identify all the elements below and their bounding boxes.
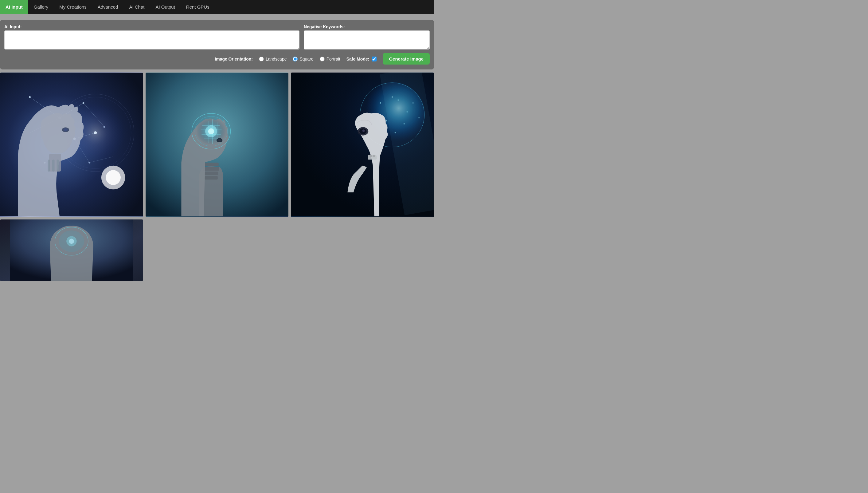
svg-point-66 (369, 155, 372, 157)
svg-rect-27 (52, 159, 55, 172)
gallery-image-3 (291, 72, 434, 217)
negative-keywords-textarea[interactable] (304, 30, 430, 49)
negative-keywords-group: Negative Keywords: (304, 24, 430, 49)
safe-mode-checkbox[interactable] (372, 57, 376, 62)
svg-point-16 (104, 126, 105, 128)
svg-point-18 (94, 131, 97, 134)
nav-item-advanced[interactable]: Advanced (92, 0, 124, 14)
nav-item-my-creations[interactable]: My Creations (54, 0, 92, 14)
orientation-label: Image Orientation: (215, 57, 253, 62)
ai-input-group: AI Input: (4, 24, 299, 49)
main-navigation: AI Input Gallery My Creations Advanced A… (0, 0, 434, 14)
image-gallery (0, 72, 434, 284)
gallery-item-1[interactable] (0, 72, 143, 217)
nav-item-rent-gpus[interactable]: Rent GPUs (181, 0, 215, 14)
control-panel: AI Input: Negative Keywords: Image Orien… (0, 20, 434, 69)
gallery-item-3[interactable] (291, 72, 434, 217)
svg-rect-26 (48, 159, 50, 172)
svg-point-47 (218, 139, 221, 142)
gallery-item-2[interactable] (145, 72, 289, 217)
gallery-image-1 (0, 72, 143, 217)
gallery-image-4 (0, 219, 143, 281)
ai-input-label: AI Input: (4, 24, 299, 29)
svg-point-67 (372, 155, 375, 157)
orientation-portrait[interactable]: Portrait (320, 57, 340, 62)
svg-rect-28 (56, 159, 59, 172)
gallery-image-2 (145, 72, 289, 217)
svg-point-51 (380, 102, 381, 104)
svg-rect-65 (368, 155, 377, 160)
svg-point-64 (362, 129, 365, 132)
svg-point-20 (89, 162, 90, 164)
svg-point-24 (64, 128, 68, 131)
nav-item-ai-input[interactable]: AI Input (0, 0, 28, 14)
orientation-landscape[interactable]: Landscape (259, 57, 287, 62)
nav-item-gallery[interactable]: Gallery (28, 0, 54, 14)
top-spacer (0, 14, 434, 17)
orientation-square-label: Square (299, 57, 313, 62)
svg-point-54 (386, 120, 387, 122)
orientation-square[interactable]: Square (293, 57, 313, 62)
negative-keywords-label: Negative Keywords: (304, 24, 430, 29)
orientation-square-radio[interactable] (293, 57, 298, 62)
generate-image-button[interactable]: Generate Image (383, 53, 430, 65)
svg-rect-31 (203, 167, 219, 171)
svg-rect-25 (49, 154, 61, 172)
svg-point-15 (83, 102, 85, 104)
svg-point-22 (106, 170, 121, 185)
orientation-landscape-radio[interactable] (259, 57, 264, 62)
nav-item-ai-output[interactable]: AI Output (150, 0, 180, 14)
gallery-item-4[interactable] (0, 219, 143, 281)
orientation-landscape-label: Landscape (266, 57, 287, 62)
options-row: Image Orientation: Landscape Square Port… (4, 53, 430, 65)
svg-point-72 (69, 238, 74, 244)
safe-mode-group: Safe Mode: (346, 57, 377, 62)
svg-rect-32 (204, 172, 219, 175)
orientation-radio-group: Landscape Square Portrait (259, 57, 340, 62)
svg-rect-33 (205, 176, 218, 180)
svg-rect-30 (204, 163, 219, 166)
orientation-portrait-radio[interactable] (320, 57, 325, 62)
orientation-portrait-label: Portrait (326, 57, 340, 62)
ai-input-textarea[interactable] (4, 30, 299, 49)
safe-mode-label: Safe Mode: (346, 57, 369, 62)
input-row: AI Input: Negative Keywords: (4, 24, 430, 49)
nav-item-ai-chat[interactable]: AI Chat (123, 0, 150, 14)
svg-point-45 (208, 128, 214, 134)
svg-point-13 (29, 96, 31, 98)
